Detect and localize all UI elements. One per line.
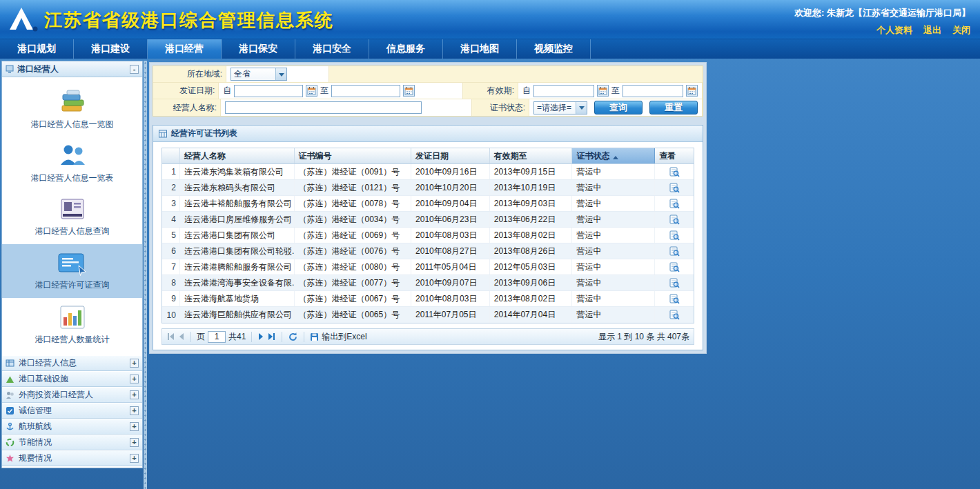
calendar-icon[interactable] bbox=[403, 85, 415, 97]
cell-status: 营运中 bbox=[572, 275, 655, 290]
first-page-button[interactable] bbox=[166, 332, 175, 341]
nav-tab-5[interactable]: 港口安全 bbox=[295, 39, 369, 59]
accordion-item-4[interactable]: 诚信管理+ bbox=[2, 403, 142, 419]
view-icon[interactable] bbox=[669, 246, 680, 257]
table-row[interactable]: 1连云港东鸿集装箱有限公司（苏连）港经证（0091）号2010年09月16日20… bbox=[162, 164, 694, 180]
cell-rownum: 1 bbox=[162, 164, 180, 179]
cell-cert-no: （苏连）港经证（0078）号 bbox=[295, 196, 412, 211]
operator-name-input[interactable] bbox=[225, 101, 422, 114]
table-row[interactable]: 3连云港丰裕船舶服务有限公司（苏连）港经证（0078）号2010年09月04日2… bbox=[162, 196, 694, 212]
view-icon[interactable] bbox=[669, 230, 680, 241]
accordion-item-3[interactable]: 外商投资港口经营人+ bbox=[2, 387, 142, 403]
nav-tab-7[interactable]: 港口地图 bbox=[443, 39, 517, 59]
table-row[interactable]: 7连云港港腾船舶服务有限公司（苏连）港经证（0080）号2011年05月04日2… bbox=[162, 259, 694, 275]
calendar-icon[interactable] bbox=[597, 85, 609, 97]
expand-button[interactable]: + bbox=[130, 438, 139, 447]
view-icon[interactable] bbox=[669, 310, 680, 320]
table-row[interactable]: 9连云港海航基地货场（苏连）港经证（0067）号2010年08月03日2013年… bbox=[162, 291, 694, 307]
accordion-item-5[interactable]: 航班航线+ bbox=[2, 419, 142, 435]
sidebar-item-label: 港口经营许可证查询 bbox=[35, 279, 110, 291]
cell-rownum: 6 bbox=[162, 243, 180, 259]
accordion-item-6[interactable]: 节能情况+ bbox=[2, 435, 142, 450]
view-icon[interactable] bbox=[669, 183, 680, 193]
expand-button[interactable]: + bbox=[130, 359, 139, 368]
collapse-button[interactable]: - bbox=[130, 65, 139, 74]
column-label: 经营人名称 bbox=[184, 150, 226, 162]
column-label: 有效期至 bbox=[494, 150, 527, 162]
expand-button[interactable]: + bbox=[130, 406, 139, 415]
column-label: 证书状态 bbox=[576, 150, 609, 162]
grid-header-col-3[interactable]: 发证日期 bbox=[411, 148, 490, 163]
header-links: 个人资料 退出 关闭 bbox=[876, 24, 970, 37]
view-icon[interactable] bbox=[669, 278, 680, 288]
table-row[interactable]: 2连云港东粮码头有限公司（苏连）港经证（0121）号2010年10月20日201… bbox=[162, 180, 694, 196]
nav-tab-3[interactable]: 港口经营 bbox=[148, 39, 222, 59]
nav-tab-4[interactable]: 港口保安 bbox=[222, 39, 295, 59]
view-icon[interactable] bbox=[669, 294, 680, 304]
nav-tab-1[interactable]: 港口规划 bbox=[0, 39, 74, 59]
cell-cert-no: （苏连）港经证（0076）号 bbox=[295, 243, 412, 259]
validity-from-input[interactable] bbox=[533, 85, 594, 97]
view-icon[interactable] bbox=[669, 199, 680, 209]
profile-link[interactable]: 个人资料 bbox=[876, 24, 912, 37]
app-header: 江苏省省级港口综合管理信息系统 欢迎您: 朱新龙【江苏省交通运输厅港口局】 个人… bbox=[0, 0, 980, 39]
grid-header-col-4[interactable]: 有效期至 bbox=[490, 148, 573, 163]
prev-page-button[interactable] bbox=[178, 332, 185, 341]
cell-status: 营运中 bbox=[572, 180, 655, 195]
sidebar-splitter[interactable] bbox=[144, 61, 147, 489]
region-select[interactable]: 全省 bbox=[231, 68, 287, 81]
accordion-item-label: 节能情况 bbox=[19, 437, 52, 448]
cell-valid-until: 2013年08月26日 bbox=[490, 243, 573, 259]
table-row[interactable]: 5连云港港口集团有限公司（苏连）港经证（0069）号2010年08月03日201… bbox=[162, 228, 694, 243]
validity-to-input[interactable] bbox=[623, 85, 683, 97]
status-select[interactable]: =请选择= bbox=[533, 101, 587, 114]
calendar-icon[interactable] bbox=[686, 85, 698, 97]
logout-link[interactable]: 退出 bbox=[923, 24, 941, 37]
issue-date-from-input[interactable] bbox=[234, 85, 303, 97]
table-row[interactable]: 10连云港海巨船舶供应有限公司（苏连）港经证（0065）号2011年07月05日… bbox=[162, 307, 694, 323]
search-button[interactable]: 查询 bbox=[594, 101, 643, 114]
sidebar-item-4[interactable]: 港口经营许可证查询 bbox=[2, 244, 142, 298]
sidebar-item-5[interactable]: 港口经营人数量统计 bbox=[2, 298, 142, 352]
cell-cert-no: （苏连）港经证（0069）号 bbox=[295, 228, 412, 243]
expand-button[interactable]: + bbox=[130, 422, 139, 431]
cell-rownum: 8 bbox=[162, 275, 180, 290]
view-icon[interactable] bbox=[669, 262, 680, 272]
table-row[interactable]: 6连云港港口集团有限公司轮驳...（苏连）港经证（0076）号2010年08月2… bbox=[162, 243, 694, 259]
from-label: 自 bbox=[223, 85, 231, 97]
sidebar-item-1[interactable]: 港口经营人信息一览图 bbox=[2, 83, 142, 137]
sidebar-item-2[interactable]: 港口经营人信息一览表 bbox=[2, 137, 142, 190]
table-row[interactable]: 8连云港港湾海事安全设备有限...（苏连）港经证（0077）号2010年09月0… bbox=[162, 275, 694, 291]
last-page-button[interactable] bbox=[267, 332, 276, 341]
close-link[interactable]: 关闭 bbox=[952, 24, 970, 37]
cell-view bbox=[655, 307, 694, 323]
expand-button[interactable]: + bbox=[130, 454, 139, 463]
nav-tab-8[interactable]: 视频监控 bbox=[517, 39, 591, 59]
grid-header-col-1[interactable]: 经营人名称 bbox=[180, 148, 295, 163]
view-icon[interactable] bbox=[669, 214, 680, 225]
sidebar-item-3[interactable]: 港口经营人信息查询 bbox=[2, 190, 142, 244]
nav-tab-6[interactable]: 信息服务 bbox=[369, 39, 443, 59]
grid-header-col-6[interactable]: 查看 bbox=[655, 148, 694, 163]
region-label: 所在地域: bbox=[153, 66, 226, 82]
accordion-item-7[interactable]: 规费情况+ bbox=[2, 450, 142, 466]
view-icon[interactable] bbox=[669, 167, 680, 177]
expand-button[interactable]: + bbox=[130, 375, 139, 383]
next-page-button[interactable] bbox=[257, 332, 264, 341]
calendar-icon[interactable] bbox=[306, 85, 317, 97]
page-number-input[interactable] bbox=[208, 331, 226, 343]
grid-header-col-5[interactable]: 证书状态 bbox=[572, 148, 655, 163]
accordion-item-1[interactable]: 港口经营人信息+ bbox=[2, 355, 142, 371]
refresh-icon[interactable] bbox=[288, 332, 298, 342]
main-nav: 港口规划港口建设港口经营港口保安港口安全信息服务港口地图视频监控 bbox=[0, 39, 980, 59]
issue-date-to-input[interactable] bbox=[331, 85, 400, 97]
main-area: 所在地域: 全省 发证日期: 自 bbox=[148, 61, 980, 489]
cell-issue-date: 2010年10月20日 bbox=[411, 180, 490, 195]
expand-button[interactable]: + bbox=[130, 390, 139, 399]
grid-header-col-2[interactable]: 证书编号 bbox=[295, 148, 412, 163]
nav-tab-2[interactable]: 港口建设 bbox=[74, 39, 148, 59]
accordion-item-2[interactable]: 港口基础设施+ bbox=[2, 371, 142, 387]
table-row[interactable]: 4连云港港口房屋维修服务公司（苏连）港经证（0034）号2010年06月23日2… bbox=[162, 212, 694, 228]
reset-button[interactable]: 重置 bbox=[649, 101, 698, 114]
export-excel-button[interactable]: 输出到Excel bbox=[310, 331, 366, 343]
